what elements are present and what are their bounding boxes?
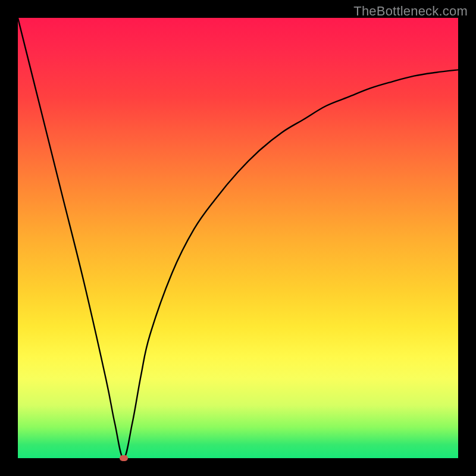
watermark-text: TheBottleneck.com (353, 4, 468, 19)
curve-layer (18, 18, 458, 458)
bottleneck-curve (18, 18, 458, 458)
chart-frame: TheBottleneck.com (0, 0, 476, 476)
minimum-marker (120, 455, 128, 461)
plot-area (18, 18, 458, 458)
